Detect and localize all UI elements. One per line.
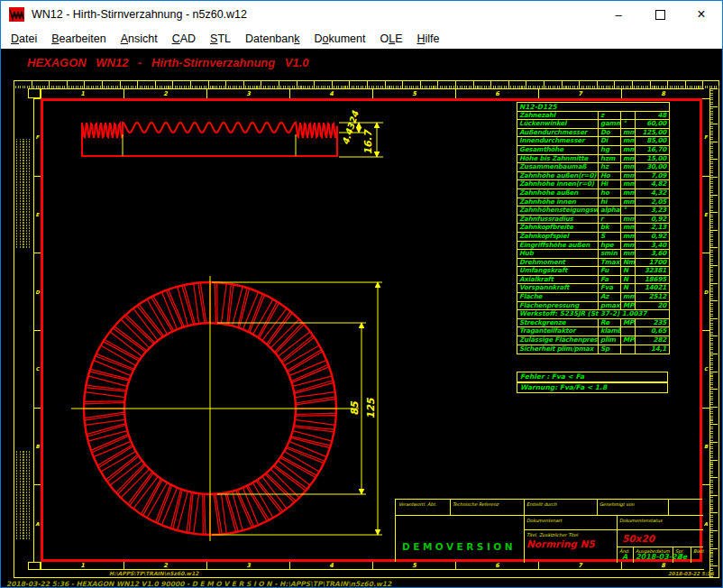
zone-strip-top: 12345678	[41, 88, 704, 98]
tb-label-genehmigt: Genehmigt von	[599, 501, 635, 507]
table-cell: hz	[599, 163, 621, 171]
table-cell: alpha	[599, 207, 621, 215]
table-cell: MPa	[621, 319, 636, 327]
table-cell: MPa	[621, 336, 636, 345]
margin-smallprint-top	[16, 139, 30, 249]
zone-col-8: 8	[621, 89, 704, 98]
close-button[interactable]: ×	[681, 1, 722, 28]
table-cell: 3,40	[636, 242, 669, 250]
menu-item-stl[interactable]: STL	[203, 32, 238, 45]
table-cell: ho	[599, 189, 621, 198]
menu-item-cad[interactable]: CAD	[165, 32, 203, 45]
table-cell: plim	[599, 336, 621, 345]
table-cell: 3,23	[636, 207, 669, 215]
table-cell: Zahnhöhensteigungswinkel	[517, 207, 599, 215]
minimize-button[interactable]: –	[598, 1, 639, 28]
table-cell: pmax	[599, 302, 621, 310]
table-cell: Vorspannkraft	[517, 284, 599, 292]
table-cell: Höhe bis Zahnmitte	[517, 155, 599, 163]
zone-col-2: 2	[124, 89, 206, 98]
table-cell: °	[621, 207, 636, 215]
table-cell: Innendurchmesser	[517, 137, 599, 145]
table-cell: S	[599, 233, 621, 241]
table-row: Zahnhöhe außen(r=0)Homm7,09	[517, 172, 669, 181]
sheet-file-path: H:\APPS\TP\TRAIN\n5z60.w12	[109, 570, 199, 576]
table-cell: 18695	[636, 276, 669, 284]
error-box: Fehler : Fva < Fa	[517, 372, 668, 382]
table-row: Lückenwinkelgamma°60,00	[517, 120, 669, 129]
tb-size-value: 50x20	[622, 533, 654, 544]
table-cell: 16,70	[636, 146, 669, 154]
table-cell: mm	[621, 129, 636, 137]
maximize-icon	[655, 10, 665, 20]
table-cell: Gesamthöhe	[517, 146, 599, 154]
menu-item-hilfe[interactable]: Hilfe	[409, 32, 446, 45]
tb-label-titel: Titel, Zusätzlicher Titel	[526, 532, 578, 537]
tb-datum-value: 2018-03-22	[636, 553, 682, 561]
table-cell: 30,00	[636, 163, 669, 171]
table-row: Zahnhöhe innenhimm2,05	[517, 198, 669, 207]
table-cell: 282	[636, 336, 669, 345]
table-cell: N	[621, 284, 636, 292]
tb-aend-value: A	[622, 553, 627, 561]
app-header-line: HEXAGON WN12 - Hirth-Stirnverzahnung V1.…	[27, 56, 309, 69]
zone-col-4: 4	[289, 562, 372, 569]
table-cell: 0,92	[636, 233, 669, 241]
parameter-table: N12-D125 Zähnezahlz48Lückenwinkelgamma°6…	[517, 102, 670, 354]
table-cell: °	[621, 120, 636, 128]
table-cell: 7,09	[636, 172, 669, 180]
zone-row-B: B	[702, 408, 709, 485]
drawing-client-area: HEXAGON WN12 - Hirth-Stirnverzahnung V1.…	[1, 49, 722, 579]
table-row: Höhe bis Zahnmittehzmmm15,00	[517, 155, 669, 164]
sheet-corner-datetime: 2018-03-22 5:36	[668, 571, 714, 576]
title-bar[interactable]: WN12 - Hirth-Stirnverzahnung - n5z60.w12…	[1, 1, 722, 28]
table-cell: Eingriffshöhe außen	[517, 242, 599, 250]
menu-item-ansicht[interactable]: Ansicht	[114, 32, 165, 45]
table-cell: mm	[621, 180, 636, 188]
table-row: VorspannkraftFvaN14021	[517, 284, 669, 293]
table-row: Sicherheit plim/pmaxSp14,1	[517, 345, 669, 354]
demoversion-text: DEMOVERSION	[402, 541, 516, 552]
zone-row-D: D	[702, 253, 709, 330]
zone-col-2: 2	[124, 562, 206, 569]
minimize-icon: –	[615, 8, 621, 22]
menu-item-datei[interactable]: Datei	[4, 32, 44, 45]
app-window: WN12 - Hirth-Stirnverzahnung - n5z60.w12…	[0, 0, 723, 588]
table-cell: MPa	[621, 302, 636, 310]
zone-col-6: 6	[455, 89, 538, 98]
table-cell	[621, 345, 636, 354]
table-cell: N	[621, 276, 636, 284]
table-cell: 2,05	[636, 198, 669, 207]
table-cell: 20	[636, 302, 669, 310]
table-row: Zusammenbaumaßhzmm30,00	[517, 163, 669, 172]
table-cell: mm	[621, 163, 636, 171]
table-cell: Zahnkopfbreite	[517, 224, 599, 232]
menu-item-datenbank[interactable]: Datenbank	[238, 32, 307, 45]
close-icon: ×	[697, 6, 705, 23]
table-cell: 2512	[636, 293, 669, 301]
table-cell: Fa	[599, 276, 621, 284]
zone-col-1: 1	[41, 562, 124, 569]
table-cell: Tmax	[599, 259, 621, 267]
tb-label-dokumentenart: Dokumentenart	[526, 518, 562, 523]
menu-bar: DateiBearbeitenAnsichtCADSTLDatenbankDok…	[1, 28, 722, 49]
table-cell: 235	[636, 319, 669, 327]
menu-item-dokument[interactable]: Dokument	[307, 32, 372, 45]
menu-item-bearbeiten[interactable]: Bearbeiten	[44, 32, 113, 45]
maximize-button[interactable]	[639, 1, 681, 28]
zone-corner-top	[28, 88, 41, 98]
zone-col-5: 5	[372, 89, 455, 98]
table-cell: 32381	[636, 267, 669, 275]
menu-item-ole[interactable]: OLE	[372, 32, 409, 45]
table-cell: mm	[621, 250, 636, 258]
table-cell: mm	[621, 155, 636, 163]
zone-strip-bottom: 12345678	[41, 562, 704, 570]
table-cell: Lückenwinkel	[517, 120, 599, 128]
table-row: InnendurchmesserDimm85,00	[517, 137, 669, 146]
window-title: WN12 - Hirth-Stirnverzahnung - n5z60.w12	[32, 8, 247, 21]
table-row: Zahnhöhe außenhomm4,32	[517, 189, 669, 198]
table-cell: mm²	[621, 293, 636, 301]
ruler-vertical	[709, 88, 719, 578]
table-cell: hg	[599, 146, 621, 154]
table-cell: Fu	[599, 267, 621, 275]
